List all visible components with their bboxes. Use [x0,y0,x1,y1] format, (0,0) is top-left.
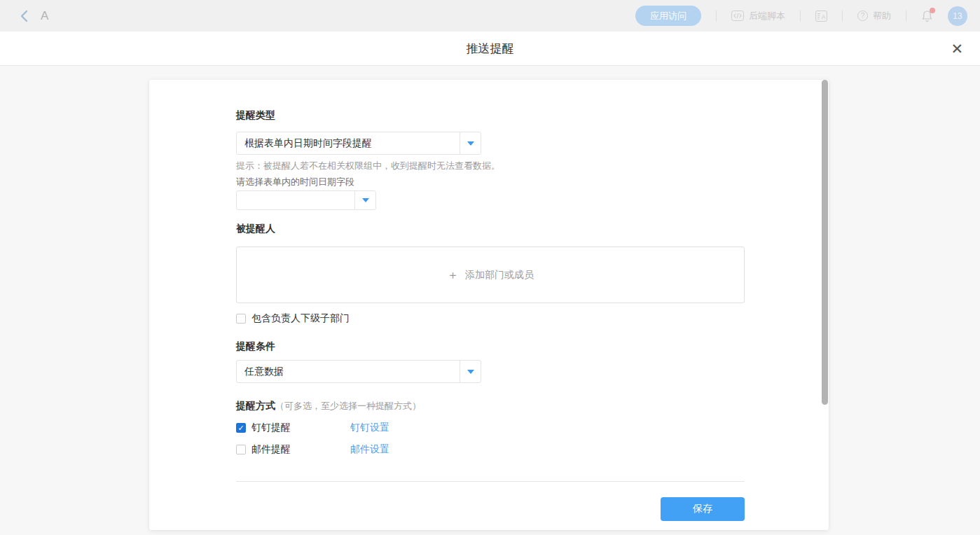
email-option[interactable]: ✓ 邮件提醒 [236,443,350,456]
reminded-people-label: 被提醒人 [236,221,745,235]
footer-divider [236,481,745,482]
method-option-email: ✓ 邮件提醒 邮件设置 [236,443,745,457]
reminder-type-label: 提醒类型 [236,108,745,122]
footer: 保存 [236,497,745,521]
avatar[interactable]: 13 [948,6,967,26]
dingtalk-checkbox[interactable]: ✓ [236,423,246,433]
include-subdept-option[interactable]: ✓ 包含负责人下级子部门 [236,312,745,326]
method-note: （可多选，至少选择一种提醒方式） [275,400,421,412]
method-option-dingtalk: ✓ 钉钉提醒 钉钉设置 [236,421,745,435]
reminder-type-hint: 提示：被提醒人若不在相关权限组中，收到提醒时无法查看数据。 [236,160,745,172]
translate-button[interactable]: A [815,11,827,22]
topbar-divider [800,11,801,22]
topbar: A 应用访问 后端脚本 A ? [0,0,980,32]
settings-form: 提醒类型 根据表单内日期时间字段提醒 提示：被提醒人若不在相关权限组中，收到提醒… [236,80,745,521]
include-subdept-label: 包含负责人下级子部门 [251,312,350,325]
svg-text:A: A [822,13,826,20]
close-icon[interactable]: ✕ [951,32,963,66]
include-subdept-checkbox[interactable]: ✓ [236,314,246,324]
date-field-arrow[interactable] [354,191,375,209]
date-field-value [237,191,354,209]
topbar-divider [906,11,906,22]
date-field-select[interactable] [236,190,376,210]
push-reminder-settings-page: { "topbar": { "app_initial": "A", "app_a… [0,0,980,535]
modal-header: 推送提醒 ✕ [0,32,980,66]
date-field-label: 请选择表单内的时间日期字段 [236,176,745,188]
code-icon [731,11,744,21]
check-icon: ✓ [237,424,244,432]
backend-script-label: 后端脚本 [749,10,785,22]
reminder-type-arrow[interactable] [460,132,481,154]
email-checkbox[interactable]: ✓ [236,445,246,454]
condition-select[interactable]: 任意数据 [236,360,481,383]
back-button[interactable] [20,10,28,22]
help-button[interactable]: ? 帮助 [857,10,891,22]
dingtalk-label: 钉钉提醒 [251,422,291,434]
page-title: 推送提醒 [0,32,980,66]
scrollbar-thumb[interactable] [822,80,828,405]
notification-badge [930,8,935,13]
save-button[interactable]: 保存 [661,497,745,521]
notifications-button[interactable] [921,10,933,22]
settings-card: 提醒类型 根据表单内日期时间字段提醒 提示：被提醒人若不在相关权限组中，收到提醒… [149,80,829,530]
help-label: 帮助 [873,10,891,22]
add-member-button[interactable]: ＋ 添加部门或成员 [236,246,745,303]
email-label: 邮件提醒 [251,443,291,456]
back-chevron-icon [20,10,28,22]
chevron-down-icon [467,141,474,146]
dingtalk-option[interactable]: ✓ 钉钉提醒 [236,422,350,434]
email-settings-link[interactable]: 邮件设置 [350,443,389,456]
plus-icon: ＋ [447,269,459,281]
backend-script-button[interactable]: 后端脚本 [731,10,785,22]
topbar-divider [842,11,843,22]
help-icon: ? [857,11,868,21]
dingtalk-settings-link[interactable]: 钉钉设置 [350,422,389,434]
app-title: A [41,9,48,23]
translate-icon: A [815,11,827,22]
reminder-type-select[interactable]: 根据表单内日期时间字段提醒 [236,132,481,155]
condition-arrow[interactable] [460,361,481,382]
chevron-down-icon [467,370,474,374]
condition-label: 提醒条件 [236,339,745,353]
add-member-label: 添加部门或成员 [465,269,534,282]
method-header: 提醒方式 （可多选，至少选择一种提醒方式） [236,398,745,412]
topbar-divider [716,11,717,22]
method-label: 提醒方式 [236,398,275,412]
app-access-button[interactable]: 应用访问 [635,6,701,26]
condition-value: 任意数据 [237,361,460,382]
reminder-type-value: 根据表单内日期时间字段提醒 [237,132,460,154]
chevron-down-icon [362,198,369,202]
